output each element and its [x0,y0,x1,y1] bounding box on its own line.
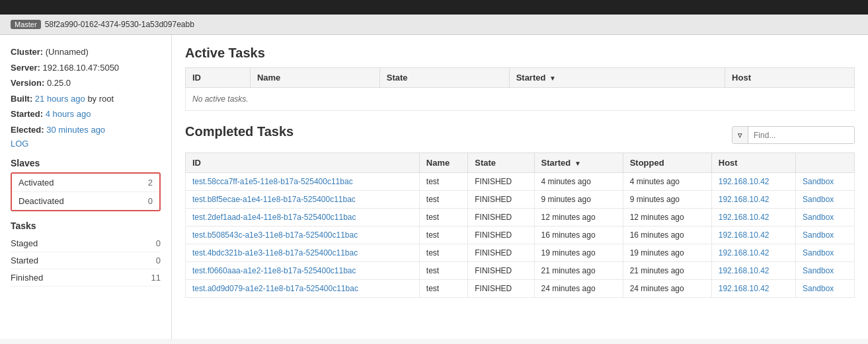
task-sandbox-link[interactable]: Sandbox [803,248,834,258]
task-host-link[interactable]: 192.168.10.42 [719,248,769,258]
task-state: FINISHED [468,209,534,226]
completed-tasks-table: ID Name State Started ▼ Stopped Host tes… [185,153,855,298]
log-link[interactable]: LOG [11,139,161,149]
task-id: test.b508543c-a1e3-11e8-b17a-525400c11ba… [186,226,420,244]
task-stopped: 21 minutes ago [623,262,711,280]
task-state: FINISHED [468,280,534,298]
task-sandbox-link[interactable]: Sandbox [803,284,834,293]
slaves-activated-row[interactable]: Activated 2 [12,174,159,192]
built-label: Built: [11,94,32,104]
task-stopped: 19 minutes ago [623,244,711,262]
completed-col-name[interactable]: Name [419,153,467,173]
task-host-link[interactable]: 192.168.10.42 [719,195,769,204]
task-host: 192.168.10.42 [711,209,795,226]
task-stopped: 24 minutes ago [623,280,711,298]
task-stopped: 9 minutes ago [623,191,711,209]
task-host: 192.168.10.42 [711,226,795,244]
active-col-host[interactable]: Host [725,68,855,88]
task-sandbox-link[interactable]: Sandbox [803,213,834,222]
active-tasks-table: ID Name State Started ▼ Host No active t… [185,67,855,111]
slaves-box: Activated 2 Deactivated 0 [11,172,161,211]
task-sandbox-link[interactable]: Sandbox [803,266,834,275]
filter-icon-button[interactable]: ▿ [732,127,748,143]
task-id-link[interactable]: test.a0d9d079-a1e2-11e8-b17a-525400c11ba… [192,284,358,293]
task-host: 192.168.10.42 [711,173,795,191]
tasks-finished-count: 11 [151,273,161,283]
task-id-link[interactable]: test.4bdc321b-a1e3-11e8-b17a-525400c11ba… [192,248,358,258]
tasks-staged-count: 0 [156,238,161,248]
completed-col-host[interactable]: Host [711,153,795,173]
task-sandbox-link[interactable]: Sandbox [803,230,834,240]
task-host: 192.168.10.42 [711,191,795,209]
started-link[interactable]: 4 hours ago [46,109,91,119]
table-row: test.58cca7ff-a1e5-11e8-b17a-525400c11ba… [186,173,855,191]
task-name: test [419,244,467,262]
slaves-deactivated-count: 0 [148,196,153,206]
task-sandbox-link[interactable]: Sandbox [803,195,834,204]
tasks-section-title: Tasks [11,221,161,231]
tasks-started-label: Started [11,256,38,265]
completed-col-started[interactable]: Started ▼ [534,153,623,173]
breadcrumb-badge: Master [11,20,41,29]
tasks-staged-row: Staged 0 [11,235,161,252]
task-sandbox: Sandbox [795,244,854,262]
task-id-link[interactable]: test.58cca7ff-a1e5-11e8-b17a-525400c11ba… [192,177,353,186]
version-value: 0.25.0 [47,78,71,88]
slaves-section-title: Slaves [11,158,161,168]
filter-input[interactable] [748,127,854,143]
tasks-started-row: Started 0 [11,252,161,269]
task-started: 16 minutes ago [534,226,623,244]
active-col-name[interactable]: Name [250,68,379,88]
sidebar: Cluster: (Unnamed) Server: 192.168.10.47… [0,35,172,339]
task-started: 12 minutes ago [534,209,623,226]
table-row: test.2def1aad-a1e4-11e8-b17a-525400c11ba… [186,209,855,226]
completed-col-stopped[interactable]: Stopped [623,153,711,173]
tasks-finished-label: Finished [11,273,43,283]
active-col-id[interactable]: ID [186,68,251,88]
version-label: Version: [11,78,44,88]
built-link[interactable]: 21 hours ago [35,94,85,104]
completed-col-id[interactable]: ID [186,153,420,173]
active-tasks-title: Active Tasks [185,46,855,61]
task-host-link[interactable]: 192.168.10.42 [719,266,769,275]
table-row: test.b508543c-a1e3-11e8-b17a-525400c11ba… [186,226,855,244]
slaves-deactivated-label: Deactivated [19,196,64,206]
task-id-link[interactable]: test.2def1aad-a1e4-11e8-b17a-525400c11ba… [192,213,356,222]
task-id: test.b8f5ecae-a1e4-11e8-b17a-525400c11ba… [186,191,420,209]
task-host-link[interactable]: 192.168.10.42 [719,213,769,222]
task-id-link[interactable]: test.b508543c-a1e3-11e8-b17a-525400c11ba… [192,230,358,240]
tasks-staged-label: Staged [11,238,38,248]
task-name: test [419,191,467,209]
started-label: Started: [11,109,43,119]
task-host: 192.168.10.42 [711,244,795,262]
completed-col-state[interactable]: State [468,153,534,173]
task-sandbox-link[interactable]: Sandbox [803,177,834,186]
task-started: 21 minutes ago [534,262,623,280]
elected-label: Elected: [11,125,44,135]
tasks-started-count: 0 [156,256,161,265]
slaves-deactivated-row[interactable]: Deactivated 0 [12,192,159,210]
table-row: test.f0660aaa-a1e2-11e8-b17a-525400c11ba… [186,262,855,280]
task-host-link[interactable]: 192.168.10.42 [719,284,769,293]
active-col-started[interactable]: Started ▼ [509,68,725,88]
content-area: Active Tasks ID Name State Started ▼ Hos… [172,35,868,339]
task-id: test.4bdc321b-a1e3-11e8-b17a-525400c11ba… [186,244,420,262]
task-state: FINISHED [468,191,534,209]
task-name: test [419,262,467,280]
table-row: test.4bdc321b-a1e3-11e8-b17a-525400c11ba… [186,244,855,262]
tasks-finished-row: Finished 11 [11,269,161,287]
active-tasks-empty-row: No active tasks. [186,88,855,111]
completed-col-extra [795,153,854,173]
active-col-state[interactable]: State [379,68,509,88]
task-started: 4 minutes ago [534,173,623,191]
task-id: test.a0d9d079-a1e2-11e8-b17a-525400c11ba… [186,280,420,298]
task-host-link[interactable]: 192.168.10.42 [719,230,769,240]
task-sandbox: Sandbox [795,280,854,298]
task-host-link[interactable]: 192.168.10.42 [719,177,769,186]
task-name: test [419,226,467,244]
elected-link[interactable]: 30 minutes ago [46,125,105,135]
task-sandbox: Sandbox [795,262,854,280]
task-id-link[interactable]: test.f0660aaa-a1e2-11e8-b17a-525400c11ba… [192,266,356,275]
task-id-link[interactable]: test.b8f5ecae-a1e4-11e8-b17a-525400c11ba… [192,195,356,204]
task-sandbox: Sandbox [795,173,854,191]
